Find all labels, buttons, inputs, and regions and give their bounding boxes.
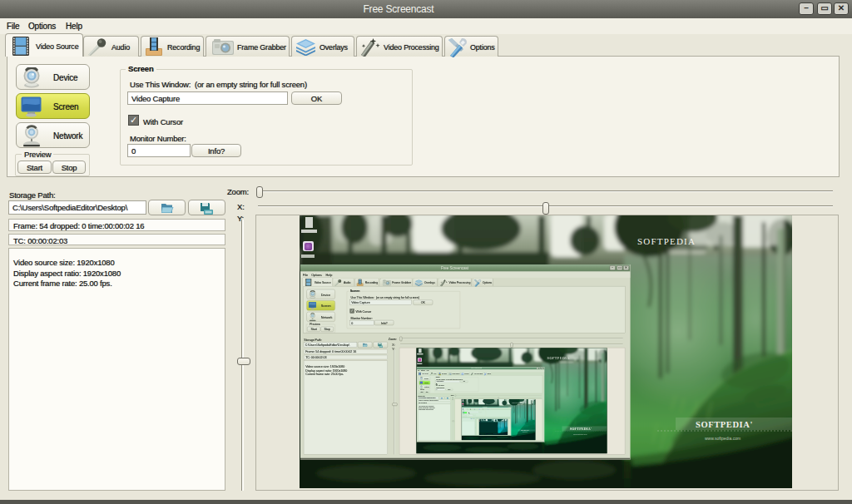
svg-text:SOFTPEDIA': SOFTPEDIA' [696,420,753,429]
svg-text:www.softpedia.com: www.softpedia.com [523,431,528,432]
svg-text:www.softpedia.com: www.softpedia.com [705,436,741,441]
svg-text:SOFTPEDIA: SOFTPEDIA [547,356,571,360]
svg-text:SOFTPEDIA': SOFTPEDIA' [521,429,530,431]
svg-text:SOFTPEDIA: SOFTPEDIA [513,402,522,403]
svg-text:SOFTPEDIA: SOFTPEDIA [498,420,502,421]
svg-text:www.softpedia.com: www.softpedia.com [573,433,587,435]
svg-text:SOFTPEDIA: SOFTPEDIA [637,236,696,246]
svg-text:SOFTPEDIA': SOFTPEDIA' [570,427,592,431]
